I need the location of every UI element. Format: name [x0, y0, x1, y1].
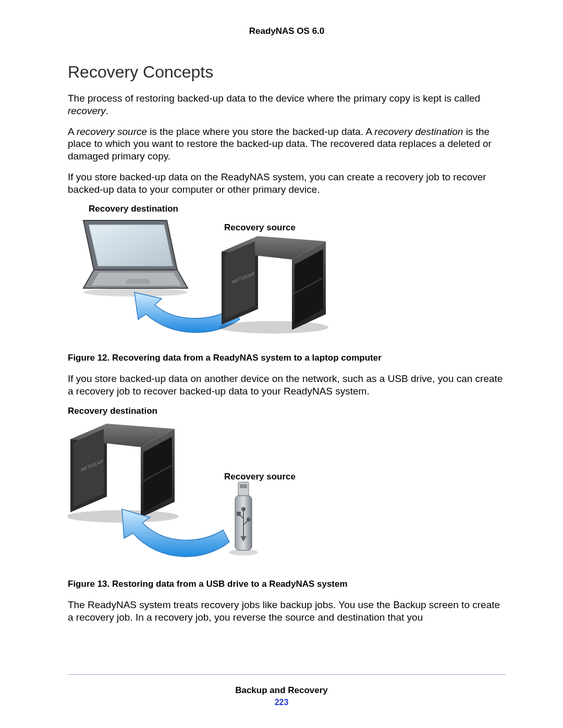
p2-recovery-source-term: recovery source: [77, 126, 147, 137]
p1-recovery-term: recovery: [68, 105, 106, 116]
footer-chapter-title: Backup and Recovery: [0, 685, 563, 696]
footer-rule: [68, 674, 506, 675]
svg-rect-28: [237, 512, 240, 515]
paragraph-2: A recovery source is the place where you…: [68, 126, 506, 163]
laptop-icon: [83, 220, 188, 297]
paragraph-4: If you store backed-up data on another d…: [68, 373, 506, 398]
figure-13-caption: Figure 13. Restoring data from a USB dri…: [68, 579, 506, 589]
fig13-destination-label: Recovery destination: [68, 406, 506, 416]
p1c: .: [106, 105, 108, 116]
paragraph-5: The ReadyNAS system treats recovery jobs…: [68, 599, 506, 624]
document-header: ReadyNAS OS 6.0: [68, 26, 506, 36]
footer-page-number: 223: [0, 698, 563, 707]
svg-marker-1: [89, 225, 173, 266]
svg-rect-24: [240, 484, 247, 488]
figure-12-graphic: NETGEAR: [68, 210, 339, 346]
figure-12: Recovery destination Recovery source: [68, 204, 506, 344]
svg-marker-4: [125, 279, 151, 284]
section-title: Recovery Concepts: [68, 63, 506, 82]
svg-point-27: [242, 508, 245, 511]
page-footer: Backup and Recovery 223: [0, 674, 563, 707]
svg-point-6: [219, 321, 328, 334]
readynas-device-icon: NETGEAR: [68, 424, 179, 523]
p2-recovery-destination-term: recovery destination: [374, 126, 463, 137]
paragraph-3: If you store backed-up data on the Ready…: [68, 171, 506, 196]
figure-13-graphic: NETGEAR: [68, 419, 339, 571]
figure-12-caption: Figure 12. Recovering data from a ReadyN…: [68, 353, 506, 363]
p2c: is the place where you store the backed-…: [147, 126, 374, 137]
usb-drive-icon: [229, 482, 258, 556]
p1a: The process of restoring backed-up data …: [68, 93, 480, 104]
svg-point-29: [247, 518, 250, 521]
figure-13: Recovery source: [68, 419, 506, 571]
paragraph-1: The process of restoring backed-up data …: [68, 92, 506, 117]
p2a: A: [68, 126, 77, 137]
